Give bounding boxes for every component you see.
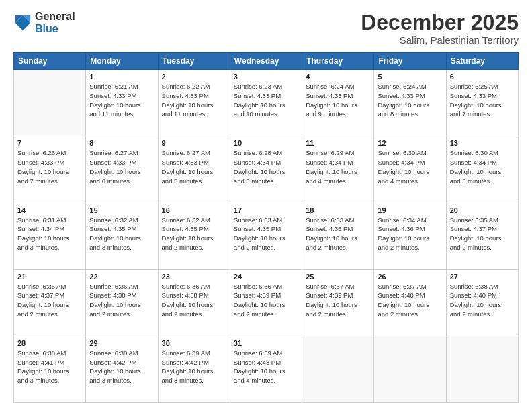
day-number: 1	[89, 73, 154, 81]
day-info: Sunrise: 6:34 AM Sunset: 4:36 PM Dayligh…	[378, 216, 442, 253]
header: General Blue December 2025 Salim, Palest…	[13, 11, 519, 46]
day-number: 23	[162, 273, 226, 281]
weekday-header: Friday	[374, 53, 446, 70]
day-number: 2	[162, 73, 226, 81]
day-number: 19	[378, 206, 442, 214]
day-number: 27	[450, 273, 515, 281]
calendar-week-row: 1Sunrise: 6:21 AM Sunset: 4:33 PM Daylig…	[14, 70, 519, 136]
day-number: 4	[306, 73, 370, 81]
day-info: Sunrise: 6:32 AM Sunset: 4:35 PM Dayligh…	[162, 216, 226, 253]
day-info: Sunrise: 6:32 AM Sunset: 4:35 PM Dayligh…	[89, 216, 154, 253]
day-number: 11	[306, 139, 370, 147]
day-number: 8	[89, 139, 154, 147]
calendar-cell: 9Sunrise: 6:27 AM Sunset: 4:33 PM Daylig…	[158, 136, 230, 203]
weekday-header: Tuesday	[158, 53, 230, 70]
day-number: 7	[17, 139, 82, 147]
calendar-cell: 20Sunrise: 6:35 AM Sunset: 4:37 PM Dayli…	[446, 203, 518, 269]
calendar-cell: 26Sunrise: 6:37 AM Sunset: 4:40 PM Dayli…	[374, 269, 446, 336]
calendar-week-row: 14Sunrise: 6:31 AM Sunset: 4:34 PM Dayli…	[14, 203, 519, 269]
day-info: Sunrise: 6:24 AM Sunset: 4:33 PM Dayligh…	[306, 82, 370, 119]
calendar-cell: 27Sunrise: 6:38 AM Sunset: 4:40 PM Dayli…	[446, 269, 518, 336]
day-number: 20	[450, 206, 515, 214]
calendar-cell: 31Sunrise: 6:39 AM Sunset: 4:43 PM Dayli…	[230, 336, 302, 402]
calendar-cell: 11Sunrise: 6:29 AM Sunset: 4:34 PM Dayli…	[302, 136, 374, 203]
weekday-header: Wednesday	[230, 53, 302, 70]
weekday-header: Thursday	[302, 53, 374, 70]
calendar-cell: 6Sunrise: 6:25 AM Sunset: 4:33 PM Daylig…	[446, 70, 518, 136]
calendar-cell: 8Sunrise: 6:27 AM Sunset: 4:33 PM Daylig…	[86, 136, 158, 203]
calendar-cell: 19Sunrise: 6:34 AM Sunset: 4:36 PM Dayli…	[374, 203, 446, 269]
calendar-cell: 1Sunrise: 6:21 AM Sunset: 4:33 PM Daylig…	[86, 70, 158, 136]
day-info: Sunrise: 6:38 AM Sunset: 4:41 PM Dayligh…	[17, 349, 82, 385]
calendar-cell: 5Sunrise: 6:24 AM Sunset: 4:33 PM Daylig…	[374, 70, 446, 136]
day-info: Sunrise: 6:38 AM Sunset: 4:42 PM Dayligh…	[89, 349, 154, 385]
calendar-cell: 24Sunrise: 6:36 AM Sunset: 4:39 PM Dayli…	[230, 269, 302, 336]
day-number: 18	[306, 206, 370, 214]
day-info: Sunrise: 6:33 AM Sunset: 4:36 PM Dayligh…	[306, 216, 370, 253]
logo-icon	[13, 13, 32, 32]
day-info: Sunrise: 6:38 AM Sunset: 4:40 PM Dayligh…	[450, 282, 515, 319]
calendar-cell	[14, 70, 86, 136]
day-info: Sunrise: 6:31 AM Sunset: 4:34 PM Dayligh…	[17, 216, 82, 253]
day-info: Sunrise: 6:22 AM Sunset: 4:33 PM Dayligh…	[162, 82, 226, 119]
day-number: 10	[234, 139, 298, 147]
weekday-header: Saturday	[446, 53, 518, 70]
day-info: Sunrise: 6:28 AM Sunset: 4:34 PM Dayligh…	[234, 148, 298, 185]
calendar-cell: 2Sunrise: 6:22 AM Sunset: 4:33 PM Daylig…	[158, 70, 230, 136]
day-number: 17	[234, 206, 298, 214]
day-number: 15	[89, 206, 154, 214]
calendar-cell: 23Sunrise: 6:36 AM Sunset: 4:38 PM Dayli…	[158, 269, 230, 336]
day-number: 31	[234, 339, 298, 347]
calendar-cell: 4Sunrise: 6:24 AM Sunset: 4:33 PM Daylig…	[302, 70, 374, 136]
day-number: 21	[17, 273, 82, 281]
day-info: Sunrise: 6:26 AM Sunset: 4:33 PM Dayligh…	[17, 148, 82, 185]
calendar-table: SundayMondayTuesdayWednesdayThursdayFrid…	[13, 52, 519, 403]
day-number: 12	[378, 139, 442, 147]
day-number: 22	[89, 273, 154, 281]
day-number: 25	[306, 273, 370, 281]
calendar-cell: 21Sunrise: 6:35 AM Sunset: 4:37 PM Dayli…	[14, 269, 86, 336]
day-info: Sunrise: 6:36 AM Sunset: 4:38 PM Dayligh…	[89, 282, 154, 319]
day-info: Sunrise: 6:27 AM Sunset: 4:33 PM Dayligh…	[89, 148, 154, 185]
calendar-cell: 25Sunrise: 6:37 AM Sunset: 4:39 PM Dayli…	[302, 269, 374, 336]
calendar-cell: 14Sunrise: 6:31 AM Sunset: 4:34 PM Dayli…	[14, 203, 86, 269]
calendar-cell: 15Sunrise: 6:32 AM Sunset: 4:35 PM Dayli…	[86, 203, 158, 269]
month-year-title: December 2025	[361, 11, 519, 34]
day-info: Sunrise: 6:39 AM Sunset: 4:43 PM Dayligh…	[234, 349, 298, 385]
calendar-cell: 13Sunrise: 6:30 AM Sunset: 4:34 PM Dayli…	[446, 136, 518, 203]
logo-text: General Blue	[35, 11, 75, 35]
calendar-cell: 3Sunrise: 6:23 AM Sunset: 4:33 PM Daylig…	[230, 70, 302, 136]
day-number: 14	[17, 206, 82, 214]
day-number: 6	[450, 73, 515, 81]
day-number: 28	[17, 339, 82, 347]
weekday-header: Sunday	[14, 53, 86, 70]
day-info: Sunrise: 6:21 AM Sunset: 4:33 PM Dayligh…	[89, 82, 154, 119]
location-subtitle: Salim, Palestinian Territory	[361, 34, 519, 46]
calendar-week-row: 21Sunrise: 6:35 AM Sunset: 4:37 PM Dayli…	[14, 269, 519, 336]
day-info: Sunrise: 6:37 AM Sunset: 4:39 PM Dayligh…	[306, 282, 370, 319]
calendar-cell: 22Sunrise: 6:36 AM Sunset: 4:38 PM Dayli…	[86, 269, 158, 336]
day-info: Sunrise: 6:23 AM Sunset: 4:33 PM Dayligh…	[234, 82, 298, 119]
day-info: Sunrise: 6:35 AM Sunset: 4:37 PM Dayligh…	[17, 282, 82, 319]
calendar-cell: 28Sunrise: 6:38 AM Sunset: 4:41 PM Dayli…	[14, 336, 86, 402]
calendar-cell: 18Sunrise: 6:33 AM Sunset: 4:36 PM Dayli…	[302, 203, 374, 269]
calendar-cell: 10Sunrise: 6:28 AM Sunset: 4:34 PM Dayli…	[230, 136, 302, 203]
day-info: Sunrise: 6:29 AM Sunset: 4:34 PM Dayligh…	[306, 148, 370, 185]
calendar-week-row: 7Sunrise: 6:26 AM Sunset: 4:33 PM Daylig…	[14, 136, 519, 203]
calendar-cell	[374, 336, 446, 402]
day-info: Sunrise: 6:30 AM Sunset: 4:34 PM Dayligh…	[378, 148, 442, 185]
day-number: 9	[162, 139, 226, 147]
day-number: 3	[234, 73, 298, 81]
calendar-cell: 17Sunrise: 6:33 AM Sunset: 4:35 PM Dayli…	[230, 203, 302, 269]
calendar-cell: 29Sunrise: 6:38 AM Sunset: 4:42 PM Dayli…	[86, 336, 158, 402]
day-info: Sunrise: 6:39 AM Sunset: 4:42 PM Dayligh…	[162, 349, 226, 385]
page: General Blue December 2025 Salim, Palest…	[0, 0, 532, 411]
day-info: Sunrise: 6:30 AM Sunset: 4:34 PM Dayligh…	[450, 148, 515, 185]
day-info: Sunrise: 6:33 AM Sunset: 4:35 PM Dayligh…	[234, 216, 298, 253]
day-number: 29	[89, 339, 154, 347]
day-info: Sunrise: 6:37 AM Sunset: 4:40 PM Dayligh…	[378, 282, 442, 319]
day-number: 26	[378, 273, 442, 281]
day-info: Sunrise: 6:36 AM Sunset: 4:38 PM Dayligh…	[162, 282, 226, 319]
day-number: 13	[450, 139, 515, 147]
calendar-cell: 30Sunrise: 6:39 AM Sunset: 4:42 PM Dayli…	[158, 336, 230, 402]
